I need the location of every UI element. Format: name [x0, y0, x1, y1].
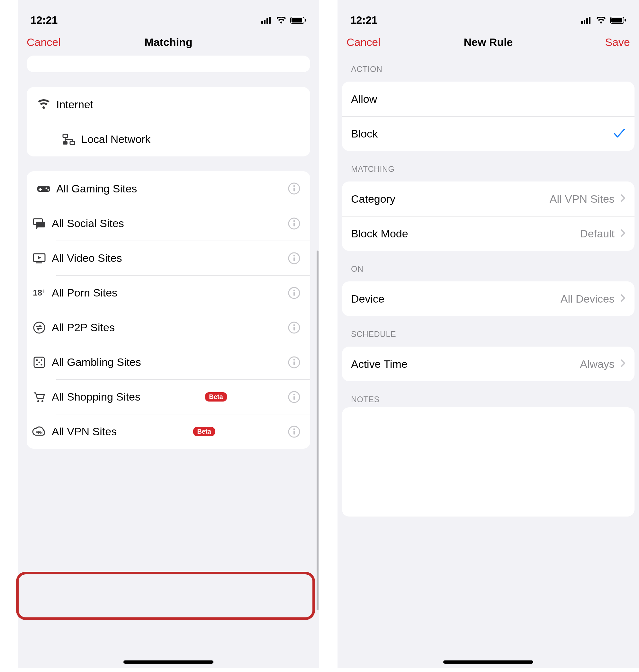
- chevron-right-icon: [620, 229, 625, 239]
- svg-point-31: [34, 322, 45, 333]
- matching-option-vpn[interactable]: VPN All VPN Sites Beta: [56, 414, 310, 449]
- matching-option-gaming[interactable]: All Gaming Sites: [27, 171, 310, 206]
- svg-rect-52: [294, 431, 295, 435]
- matching-option-internet[interactable]: Internet: [27, 87, 310, 122]
- info-icon[interactable]: [287, 182, 301, 195]
- status-bar: 12:21: [338, 0, 639, 33]
- row-category[interactable]: Category All VPN Sites: [342, 181, 635, 216]
- chevron-right-icon: [620, 294, 625, 304]
- cancel-button[interactable]: Cancel: [346, 36, 391, 48]
- svg-point-37: [41, 359, 43, 361]
- svg-point-44: [37, 400, 39, 402]
- status-icons: [581, 17, 626, 24]
- svg-point-16: [294, 185, 295, 187]
- svg-rect-30: [294, 292, 295, 296]
- svg-rect-1: [264, 20, 265, 24]
- video-icon: [27, 253, 52, 264]
- screen-matching: 12:21 Cancel Matching Internet: [18, 0, 319, 668]
- svg-rect-8: [70, 141, 75, 145]
- beta-badge: Beta: [193, 427, 215, 436]
- save-button[interactable]: Save: [585, 36, 630, 48]
- row-label: All Gambling Sites: [52, 356, 287, 368]
- svg-point-47: [294, 394, 295, 395]
- svg-rect-27: [294, 257, 295, 261]
- wifi-icon: [31, 99, 56, 110]
- svg-rect-48: [294, 396, 295, 400]
- svg-point-51: [294, 428, 295, 430]
- schedule-card: Active Time Always: [342, 347, 635, 381]
- battery-icon: [610, 17, 626, 24]
- svg-rect-43: [294, 362, 295, 365]
- on-card: Device All Devices: [342, 282, 635, 316]
- clock: 12:21: [31, 14, 58, 26]
- svg-rect-22: [294, 223, 295, 226]
- action-block[interactable]: Block: [342, 116, 635, 151]
- chat-icon: [27, 218, 52, 229]
- vpn-icon: VPN: [27, 426, 52, 437]
- scroll-indicator[interactable]: [317, 251, 318, 610]
- row-device[interactable]: Device All Devices: [342, 282, 635, 316]
- svg-rect-58: [611, 18, 622, 22]
- row-label: Local Network: [81, 133, 301, 145]
- row-label: Block Mode: [351, 227, 580, 240]
- row-active-time[interactable]: Active Time Always: [342, 347, 635, 381]
- svg-rect-55: [586, 18, 588, 24]
- section-header-on: ON: [338, 255, 639, 277]
- svg-rect-2: [266, 18, 268, 24]
- battery-icon: [290, 17, 306, 24]
- row-value: Default: [580, 227, 614, 240]
- matching-option-gambling[interactable]: All Gambling Sites: [56, 345, 310, 379]
- row-label: All Gaming Sites: [56, 182, 287, 195]
- home-indicator[interactable]: [123, 660, 214, 663]
- info-icon[interactable]: [287, 426, 301, 438]
- section-header-schedule: SCHEDULE: [338, 321, 639, 342]
- svg-point-29: [294, 289, 295, 291]
- svg-rect-12: [38, 189, 42, 190]
- row-block-mode[interactable]: Block Mode Default: [342, 216, 635, 251]
- svg-rect-9: [63, 141, 67, 145]
- row-label: All Video Sites: [52, 252, 287, 265]
- row-value: All Devices: [561, 293, 614, 305]
- status-bar: 12:21: [18, 0, 319, 33]
- info-icon[interactable]: [287, 287, 301, 299]
- matching-option-porn[interactable]: 18+ All Porn Sites: [56, 275, 310, 310]
- svg-point-42: [294, 359, 295, 361]
- row-label: Device: [351, 293, 561, 305]
- cancel-button[interactable]: Cancel: [27, 36, 72, 48]
- notes-input[interactable]: [342, 407, 635, 516]
- chevron-right-icon: [620, 359, 625, 369]
- svg-point-36: [36, 359, 38, 361]
- row-label: All VPN Sites: [52, 425, 189, 438]
- matching-option-p2p[interactable]: All P2P Sites: [56, 310, 310, 345]
- svg-rect-53: [581, 21, 583, 24]
- 18plus-icon: 18+: [27, 288, 52, 298]
- matching-option-shopping[interactable]: All Shopping Sites Beta: [56, 379, 310, 414]
- info-icon[interactable]: [287, 252, 301, 265]
- svg-rect-54: [584, 20, 585, 24]
- cart-icon: [27, 391, 52, 403]
- matching-option-video[interactable]: All Video Sites: [56, 241, 310, 275]
- info-icon[interactable]: [287, 391, 301, 403]
- matching-option-social[interactable]: All Social Sites: [56, 206, 310, 241]
- category-card: All Gaming Sites All Social Sites All Vi: [27, 171, 310, 449]
- section-header-action: ACTION: [338, 55, 639, 77]
- svg-rect-19: [36, 222, 45, 227]
- row-label: Block: [351, 128, 613, 140]
- gamepad-icon: [31, 184, 56, 193]
- matching-option-local-network[interactable]: Local Network: [56, 122, 310, 157]
- svg-rect-17: [294, 188, 295, 191]
- matching-card: Category All VPN Sites Block Mode Defaul…: [342, 181, 635, 251]
- previous-card-peek: [27, 55, 310, 72]
- action-allow[interactable]: Allow: [342, 82, 635, 116]
- svg-point-13: [46, 188, 47, 189]
- svg-text:VPN: VPN: [36, 431, 43, 434]
- svg-point-26: [294, 255, 295, 256]
- info-icon[interactable]: [287, 356, 301, 368]
- section-header-matching: MATCHING: [338, 156, 639, 177]
- svg-point-39: [36, 364, 38, 365]
- wifi-status-icon: [276, 17, 286, 24]
- svg-rect-0: [261, 21, 263, 24]
- home-indicator[interactable]: [443, 660, 533, 663]
- info-icon[interactable]: [287, 218, 301, 230]
- info-icon[interactable]: [287, 322, 301, 334]
